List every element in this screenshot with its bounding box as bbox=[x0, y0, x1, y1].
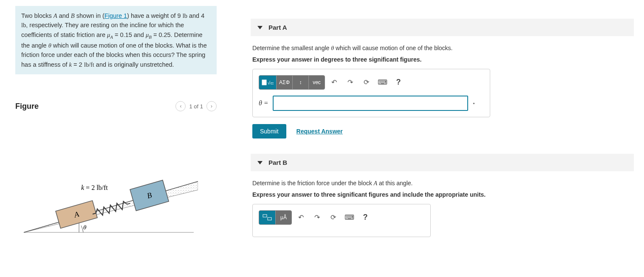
spring-label: k = 2 lb/ft bbox=[81, 184, 108, 191]
svg-line-4 bbox=[24, 181, 198, 232]
reset-button[interactable]: ⟳ bbox=[326, 210, 340, 224]
var-a: A bbox=[54, 12, 57, 19]
keyboard-button[interactable]: ⌨ bbox=[342, 210, 356, 224]
part-b-prompt: Determine is the friction force under th… bbox=[252, 179, 632, 188]
keyboard-button[interactable]: ⌨ bbox=[375, 75, 390, 89]
undo-button[interactable]: ↶ bbox=[327, 75, 341, 89]
redo-button[interactable]: ↷ bbox=[310, 210, 324, 224]
vector-button[interactable]: vec bbox=[308, 76, 325, 89]
figure-page-indicator: 1 of 1 bbox=[189, 103, 203, 110]
figure-next-button[interactable]: › bbox=[206, 101, 217, 111]
templates-button[interactable] bbox=[259, 211, 275, 224]
figure-link[interactable]: Figure 1 bbox=[105, 12, 127, 19]
submit-button[interactable]: Submit bbox=[252, 124, 286, 138]
problem-statement: Two blocks A and B shown in (Figure 1) h… bbox=[15, 6, 217, 74]
svg-rect-10 bbox=[262, 80, 266, 85]
angle-label: θ bbox=[83, 224, 87, 231]
undo-button[interactable]: ↶ bbox=[294, 210, 308, 224]
part-a-title: Part A bbox=[268, 24, 287, 31]
figure-prev-button[interactable]: ‹ bbox=[175, 101, 186, 111]
part-a-prompt: Determine the smallest angle θ which wil… bbox=[252, 44, 632, 53]
part-b-instructions: Express your answer to three significant… bbox=[252, 191, 632, 198]
part-b-header[interactable]: Part B bbox=[251, 154, 634, 171]
figure-title: Figure bbox=[15, 102, 39, 111]
answer-box-b: μÅ ↶ ↷ ⟳ ⌨ ? bbox=[252, 204, 431, 237]
text: Two blocks bbox=[21, 12, 54, 19]
help-button[interactable]: ? bbox=[358, 210, 373, 224]
figure-diagram: θ A B bbox=[15, 116, 217, 244]
answer-box-a: √▭ ΑΣΦ ↕ vec ↶ ↷ ⟳ ⌨ ? θ = ∘ bbox=[252, 69, 490, 117]
svg-rect-12 bbox=[263, 215, 267, 217]
caret-down-icon bbox=[257, 161, 263, 164]
caret-down-icon bbox=[257, 26, 263, 29]
part-a-instructions: Express your answer in degrees to three … bbox=[252, 56, 632, 63]
units-button[interactable]: μÅ bbox=[275, 211, 291, 224]
part-b-title: Part B bbox=[268, 159, 287, 166]
degree-unit: ∘ bbox=[472, 101, 475, 106]
equation-toolbar-b: μÅ ↶ ↷ ⟳ ⌨ ? bbox=[259, 210, 424, 225]
help-button[interactable]: ? bbox=[391, 75, 406, 89]
theta-equals-label: θ = bbox=[259, 99, 268, 107]
request-answer-link[interactable]: Request Answer bbox=[297, 128, 343, 135]
templates-button[interactable]: √▭ bbox=[259, 76, 276, 89]
var-b: B bbox=[71, 12, 75, 19]
subscript-button[interactable]: ↕ bbox=[292, 76, 308, 89]
svg-rect-13 bbox=[268, 218, 271, 220]
answer-input-a[interactable] bbox=[273, 96, 468, 111]
redo-button[interactable]: ↷ bbox=[343, 75, 357, 89]
reset-button[interactable]: ⟳ bbox=[359, 75, 373, 89]
figure-header: Figure ‹ 1 of 1 › bbox=[15, 101, 217, 111]
greek-button[interactable]: ΑΣΦ bbox=[276, 76, 292, 89]
equation-toolbar: √▭ ΑΣΦ ↕ vec ↶ ↷ ⟳ ⌨ ? bbox=[259, 75, 484, 90]
part-a-header[interactable]: Part A bbox=[251, 19, 634, 36]
svg-text:√▭: √▭ bbox=[268, 80, 274, 85]
